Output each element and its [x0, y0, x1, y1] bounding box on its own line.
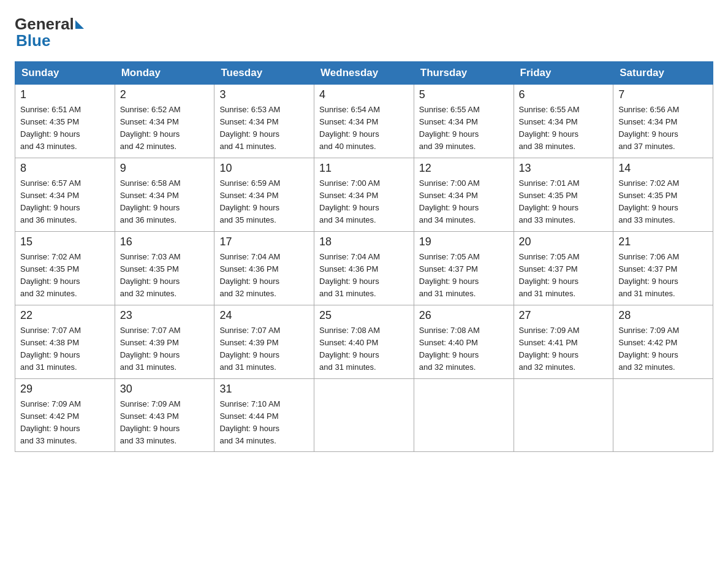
calendar-cell — [613, 379, 713, 452]
calendar-cell: 20Sunrise: 7:05 AMSunset: 4:37 PMDayligh… — [514, 232, 613, 305]
day-number: 3 — [219, 88, 309, 101]
weekday-header-tuesday: Tuesday — [214, 62, 314, 85]
calendar-week-row: 8Sunrise: 6:57 AMSunset: 4:34 PMDaylight… — [15, 158, 713, 232]
day-info: Sunrise: 7:04 AMSunset: 4:36 PMDaylight:… — [319, 251, 409, 301]
day-number: 27 — [519, 309, 609, 322]
calendar-cell: 25Sunrise: 7:08 AMSunset: 4:40 PMDayligh… — [314, 305, 414, 379]
day-info: Sunrise: 6:52 AMSunset: 4:34 PMDaylight:… — [120, 104, 210, 153]
calendar-cell: 23Sunrise: 7:07 AMSunset: 4:39 PMDayligh… — [115, 305, 214, 379]
day-info: Sunrise: 7:08 AMSunset: 4:40 PMDaylight:… — [419, 324, 509, 374]
day-number: 22 — [20, 309, 110, 322]
calendar-cell: 22Sunrise: 7:07 AMSunset: 4:38 PMDayligh… — [15, 305, 115, 379]
weekday-header-saturday: Saturday — [613, 62, 713, 85]
day-info: Sunrise: 6:56 AMSunset: 4:34 PMDaylight:… — [618, 104, 708, 153]
calendar-cell: 15Sunrise: 7:02 AMSunset: 4:35 PMDayligh… — [15, 232, 115, 305]
calendar-week-row: 15Sunrise: 7:02 AMSunset: 4:35 PMDayligh… — [15, 232, 713, 305]
day-number: 19 — [419, 236, 509, 248]
calendar-cell: 19Sunrise: 7:05 AMSunset: 4:37 PMDayligh… — [414, 232, 514, 305]
day-number: 6 — [519, 88, 609, 101]
day-number: 25 — [319, 309, 409, 322]
logo-blue-text: Blue — [16, 31, 50, 50]
day-number: 31 — [219, 383, 309, 396]
day-info: Sunrise: 7:06 AMSunset: 4:37 PMDaylight:… — [618, 251, 708, 301]
calendar-cell: 16Sunrise: 7:03 AMSunset: 4:35 PMDayligh… — [115, 232, 214, 305]
calendar-cell: 18Sunrise: 7:04 AMSunset: 4:36 PMDayligh… — [314, 232, 414, 305]
calendar-cell: 30Sunrise: 7:09 AMSunset: 4:43 PMDayligh… — [115, 379, 214, 452]
calendar-cell: 9Sunrise: 6:58 AMSunset: 4:34 PMDaylight… — [115, 158, 214, 232]
weekday-header-monday: Monday — [115, 62, 214, 85]
day-info: Sunrise: 7:09 AMSunset: 4:42 PMDaylight:… — [618, 324, 708, 374]
day-number: 7 — [618, 88, 708, 101]
calendar-cell: 10Sunrise: 6:59 AMSunset: 4:34 PMDayligh… — [214, 158, 314, 232]
day-number: 15 — [20, 236, 110, 248]
day-number: 8 — [20, 162, 110, 175]
page-header: General Blue — [15, 15, 713, 50]
day-number: 30 — [120, 383, 210, 396]
calendar-cell: 27Sunrise: 7:09 AMSunset: 4:41 PMDayligh… — [514, 305, 613, 379]
day-info: Sunrise: 6:54 AMSunset: 4:34 PMDaylight:… — [319, 104, 409, 153]
calendar-cell: 6Sunrise: 6:55 AMSunset: 4:34 PMDaylight… — [514, 85, 613, 158]
day-info: Sunrise: 7:00 AMSunset: 4:34 PMDaylight:… — [319, 177, 409, 227]
calendar-cell: 8Sunrise: 6:57 AMSunset: 4:34 PMDaylight… — [15, 158, 115, 232]
day-number: 2 — [120, 88, 210, 101]
day-number: 26 — [419, 309, 509, 322]
day-info: Sunrise: 7:00 AMSunset: 4:34 PMDaylight:… — [419, 177, 509, 227]
calendar-cell: 4Sunrise: 6:54 AMSunset: 4:34 PMDaylight… — [314, 85, 414, 158]
day-info: Sunrise: 6:51 AMSunset: 4:35 PMDaylight:… — [20, 104, 110, 153]
day-info: Sunrise: 6:55 AMSunset: 4:34 PMDaylight:… — [519, 104, 609, 153]
calendar-week-row: 22Sunrise: 7:07 AMSunset: 4:38 PMDayligh… — [15, 305, 713, 379]
day-number: 12 — [419, 162, 509, 175]
day-number: 10 — [219, 162, 309, 175]
calendar-cell: 29Sunrise: 7:09 AMSunset: 4:42 PMDayligh… — [15, 379, 115, 452]
day-info: Sunrise: 7:07 AMSunset: 4:39 PMDaylight:… — [219, 324, 309, 374]
calendar-week-row: 29Sunrise: 7:09 AMSunset: 4:42 PMDayligh… — [15, 379, 713, 452]
day-number: 17 — [219, 236, 309, 248]
calendar-cell: 3Sunrise: 6:53 AMSunset: 4:34 PMDaylight… — [214, 85, 314, 158]
day-number: 28 — [618, 309, 708, 322]
calendar-body: 1Sunrise: 6:51 AMSunset: 4:35 PMDaylight… — [15, 85, 713, 452]
weekday-header-friday: Friday — [514, 62, 613, 85]
calendar-table: SundayMondayTuesdayWednesdayThursdayFrid… — [15, 61, 713, 452]
day-number: 21 — [618, 236, 708, 248]
day-number: 24 — [219, 309, 309, 322]
day-info: Sunrise: 6:57 AMSunset: 4:34 PMDaylight:… — [20, 177, 110, 227]
day-number: 4 — [319, 88, 409, 101]
calendar-cell: 7Sunrise: 6:56 AMSunset: 4:34 PMDaylight… — [613, 85, 713, 158]
calendar-cell: 14Sunrise: 7:02 AMSunset: 4:35 PMDayligh… — [613, 158, 713, 232]
calendar-cell: 1Sunrise: 6:51 AMSunset: 4:35 PMDaylight… — [15, 85, 115, 158]
day-number: 18 — [319, 236, 409, 248]
day-info: Sunrise: 7:05 AMSunset: 4:37 PMDaylight:… — [519, 251, 609, 301]
calendar-cell: 24Sunrise: 7:07 AMSunset: 4:39 PMDayligh… — [214, 305, 314, 379]
day-number: 1 — [20, 88, 110, 101]
day-info: Sunrise: 7:01 AMSunset: 4:35 PMDaylight:… — [519, 177, 609, 227]
day-number: 23 — [120, 309, 210, 322]
calendar-cell — [514, 379, 613, 452]
day-info: Sunrise: 7:10 AMSunset: 4:44 PMDaylight:… — [219, 398, 309, 448]
calendar-week-row: 1Sunrise: 6:51 AMSunset: 4:35 PMDaylight… — [15, 85, 713, 158]
day-number: 16 — [120, 236, 210, 248]
calendar-cell: 13Sunrise: 7:01 AMSunset: 4:35 PMDayligh… — [514, 158, 613, 232]
day-info: Sunrise: 7:09 AMSunset: 4:41 PMDaylight:… — [519, 324, 609, 374]
calendar-cell: 26Sunrise: 7:08 AMSunset: 4:40 PMDayligh… — [414, 305, 514, 379]
calendar-cell: 2Sunrise: 6:52 AMSunset: 4:34 PMDaylight… — [115, 85, 214, 158]
calendar-cell: 17Sunrise: 7:04 AMSunset: 4:36 PMDayligh… — [214, 232, 314, 305]
calendar-cell: 21Sunrise: 7:06 AMSunset: 4:37 PMDayligh… — [613, 232, 713, 305]
day-info: Sunrise: 7:09 AMSunset: 4:43 PMDaylight:… — [120, 398, 210, 448]
day-info: Sunrise: 7:08 AMSunset: 4:40 PMDaylight:… — [319, 324, 409, 374]
weekday-header-wednesday: Wednesday — [314, 62, 414, 85]
day-info: Sunrise: 7:02 AMSunset: 4:35 PMDaylight:… — [618, 177, 708, 227]
day-number: 14 — [618, 162, 708, 175]
day-info: Sunrise: 6:53 AMSunset: 4:34 PMDaylight:… — [219, 104, 309, 153]
day-info: Sunrise: 6:59 AMSunset: 4:34 PMDaylight:… — [219, 177, 309, 227]
day-info: Sunrise: 6:58 AMSunset: 4:34 PMDaylight:… — [120, 177, 210, 227]
day-number: 29 — [20, 383, 110, 396]
day-number: 13 — [519, 162, 609, 175]
weekday-header-row: SundayMondayTuesdayWednesdayThursdayFrid… — [15, 62, 713, 85]
day-info: Sunrise: 7:07 AMSunset: 4:39 PMDaylight:… — [120, 324, 210, 374]
logo-triangle-icon — [75, 20, 84, 29]
day-info: Sunrise: 7:02 AMSunset: 4:35 PMDaylight:… — [20, 251, 110, 301]
calendar-cell: 5Sunrise: 6:55 AMSunset: 4:34 PMDaylight… — [414, 85, 514, 158]
calendar-cell: 28Sunrise: 7:09 AMSunset: 4:42 PMDayligh… — [613, 305, 713, 379]
day-number: 5 — [419, 88, 509, 101]
day-info: Sunrise: 7:04 AMSunset: 4:36 PMDaylight:… — [219, 251, 309, 301]
